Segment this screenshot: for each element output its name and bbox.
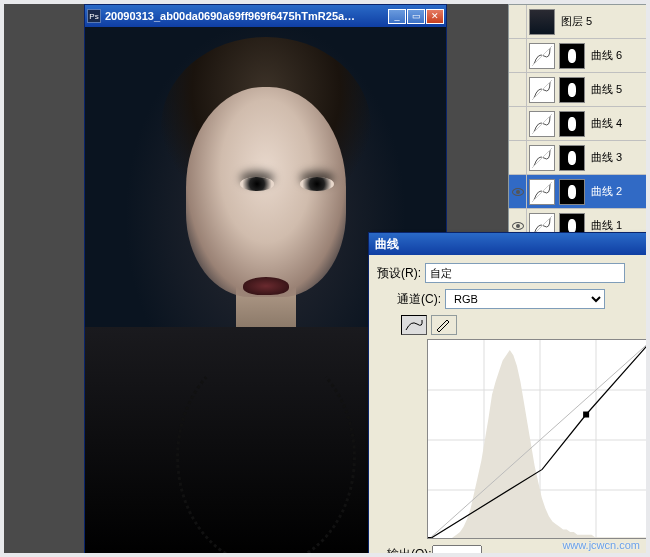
pencil-tool-button[interactable]	[431, 315, 457, 335]
visibility-toggle[interactable]	[509, 141, 527, 174]
visibility-toggle[interactable]	[509, 107, 527, 140]
adjustment-thumb	[529, 179, 555, 205]
maximize-button[interactable]: ▭	[407, 9, 425, 24]
visibility-toggle[interactable]	[509, 175, 527, 208]
layer-thumb	[529, 9, 555, 35]
channel-select[interactable]: RGB	[445, 289, 605, 309]
output-input[interactable]	[432, 545, 482, 557]
layer-row[interactable]: 曲线 3	[509, 141, 650, 175]
layer-row[interactable]: 曲线 2	[509, 175, 650, 209]
watermark: www.jcwcn.com	[562, 539, 640, 551]
layer-row[interactable]: 图层 5	[509, 5, 650, 39]
layer-name: 曲线 2	[587, 184, 650, 199]
minimize-button[interactable]: _	[388, 9, 406, 24]
visibility-toggle[interactable]	[509, 5, 527, 38]
eye-icon	[512, 222, 524, 230]
layer-name: 曲线 1	[587, 218, 650, 233]
layer-row[interactable]: 曲线 6	[509, 39, 650, 73]
adjustment-thumb	[529, 77, 555, 103]
output-label: 输出(O):	[387, 546, 432, 557]
visibility-toggle[interactable]	[509, 39, 527, 72]
preset-label: 预设(R):	[377, 265, 421, 282]
layer-name: 曲线 5	[587, 82, 650, 97]
layer-name: 曲线 4	[587, 116, 650, 131]
photoshop-icon: Ps	[87, 9, 101, 23]
mask-thumb	[559, 179, 585, 205]
adjustment-thumb	[529, 111, 555, 137]
layer-row[interactable]: 曲线 4	[509, 107, 650, 141]
curve-tool-button[interactable]	[401, 315, 427, 335]
adjustment-thumb	[529, 43, 555, 69]
adjustment-thumb	[529, 145, 555, 171]
preset-input[interactable]	[425, 263, 625, 283]
curves-dialog: 曲线 预设(R): 通道(C): RGB 输出(O):	[368, 232, 650, 557]
layer-name: 图层 5	[557, 14, 650, 29]
layer-row[interactable]: 曲线 5	[509, 73, 650, 107]
svg-rect-20	[583, 412, 589, 418]
mask-thumb	[559, 145, 585, 171]
curves-dialog-title[interactable]: 曲线	[369, 233, 650, 255]
layer-name: 曲线 3	[587, 150, 650, 165]
curves-graph[interactable]	[427, 339, 650, 539]
close-button[interactable]: ✕	[426, 9, 444, 24]
eye-icon	[512, 188, 524, 196]
mask-thumb	[559, 111, 585, 137]
channel-label: 通道(C):	[397, 291, 441, 308]
pencil-icon	[435, 318, 453, 332]
layers-panel: 图层 5曲线 6曲线 5曲线 4曲线 3曲线 2曲线 1	[508, 4, 650, 244]
document-titlebar[interactable]: Ps 20090313_ab00da0690a69ff969f6475hTmR2…	[85, 5, 446, 27]
mask-thumb	[559, 77, 585, 103]
mask-thumb	[559, 43, 585, 69]
document-title: 20090313_ab00da0690a69ff969f6475hTmR25a…	[105, 10, 387, 22]
curve-icon	[405, 318, 423, 332]
svg-rect-19	[428, 537, 431, 539]
visibility-toggle[interactable]	[509, 73, 527, 106]
layer-name: 曲线 6	[587, 48, 650, 63]
